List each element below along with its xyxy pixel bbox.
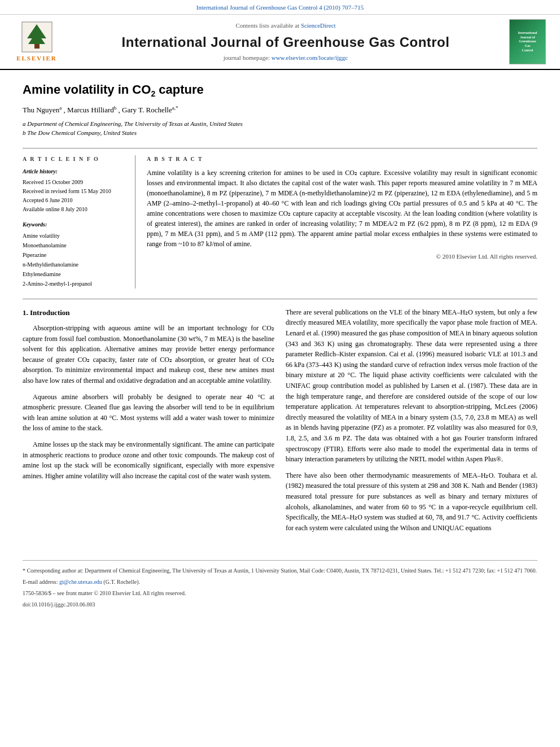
body-content: 1. Introduction Absorption-stripping wit… xyxy=(23,299,537,539)
cover-title-text: International Journal ofGreenhouseGasCon… xyxy=(512,31,543,53)
body-para-right-2: There have also been other thermodynamic… xyxy=(286,470,537,534)
journal-reference-bar: International Journal of Greenhouse Gas … xyxy=(0,0,560,15)
authors-line: Thu Nguyena , Marcus Hilliardb , Gary T.… xyxy=(23,104,537,116)
journal-main-title: International Journal of Greenhouse Gas … xyxy=(62,33,509,52)
svg-rect-3 xyxy=(34,44,40,49)
journal-ref-text: International Journal of Greenhouse Gas … xyxy=(196,4,364,11)
journal-header: ELSEVIER Contents lists available at Sci… xyxy=(0,15,560,70)
article-container: Amine volatility in CO2 capture Thu Nguy… xyxy=(0,70,560,550)
body-para-2: Aqueous amine absorbers will probably be… xyxy=(23,392,274,434)
author-email: gt@che.utexas.edu xyxy=(59,579,102,585)
sciencedirect-note: Contents lists available at ScienceDirec… xyxy=(62,21,509,30)
keyword-4: n-Methyldiethanolamine xyxy=(23,260,127,269)
article-info-column: A R T I C L E I N F O Article history: R… xyxy=(23,155,135,289)
keywords-section: Keywords: Amine volatility Monoethanolam… xyxy=(23,221,127,289)
cover-image: International Journal ofGreenhouseGasCon… xyxy=(509,19,546,64)
article-info-header: A R T I C L E I N F O xyxy=(23,155,127,163)
abstract-column: A B S T R A C T Amine volatility is a ke… xyxy=(147,155,537,289)
article-history: Article history: Received 15 October 200… xyxy=(23,168,127,214)
journal-homepage: journal homepage: www.elsevier.com/locat… xyxy=(62,54,509,62)
body-right-column: There are several publications on the VL… xyxy=(286,307,537,539)
history-label: Article history: xyxy=(23,168,127,176)
body-left-column: 1. Introduction Absorption-stripping wit… xyxy=(23,307,274,539)
body-para-1: Absorption-stripping with aqueous amine … xyxy=(23,323,274,386)
keyword-5: Ethylenediamine xyxy=(23,269,127,279)
keyword-3: Piperazine xyxy=(23,250,127,260)
elsevier-text: ELSEVIER xyxy=(16,54,57,63)
abstract-text: Amine volatility is a key screening crit… xyxy=(147,168,537,249)
article-title: Amine volatility in CO2 capture xyxy=(23,81,537,100)
received-date: Received 15 October 2009 xyxy=(23,178,127,187)
article-info-abstract: A R T I C L E I N F O Article history: R… xyxy=(23,148,537,289)
journal-cover: International Journal ofGreenhouseGasCon… xyxy=(509,19,549,64)
email-note: E-mail address: gt@che.utexas.edu (G.T. … xyxy=(23,578,537,587)
journal-title-center: Contents lists available at ScienceDirec… xyxy=(62,21,509,62)
keywords-label: Keywords: xyxy=(23,221,127,229)
body-para-right-1: There are several publications on the VL… xyxy=(286,307,537,465)
section1-title: 1. Introduction xyxy=(23,307,274,318)
elsevier-logo: ELSEVIER xyxy=(11,21,62,63)
abstract-header: A B S T R A C T xyxy=(147,155,537,163)
footer-doi: doi:10.1016/j.ijggc.2010.06.003 xyxy=(23,600,537,609)
affiliation-b: b The Dow Chemical Company, United State… xyxy=(23,128,537,138)
footer-copyright: 1750-5836/$ – see front matter © 2010 El… xyxy=(23,589,537,598)
revised-date: Received in revised form 15 May 2010 xyxy=(23,187,127,196)
available-date: Available online 8 July 2010 xyxy=(23,205,127,214)
affiliation-a: a Department of Chemical Engineering, Th… xyxy=(23,119,537,129)
keyword-1: Amine volatility xyxy=(23,231,127,241)
sciencedirect-link[interactable]: ScienceDirect xyxy=(301,22,336,29)
corresponding-author-note: * Corresponding author at: Department of… xyxy=(23,566,537,575)
accepted-date: Accepted 6 June 2010 xyxy=(23,196,127,205)
affiliations: a Department of Chemical Engineering, Th… xyxy=(23,119,537,138)
copyright-line: © 2010 Elsevier Ltd. All rights reserved… xyxy=(147,252,537,261)
body-para-3: Amine losses up the stack may be environ… xyxy=(23,439,274,481)
footer: * Corresponding author at: Department of… xyxy=(0,561,560,615)
elsevier-tree-icon xyxy=(21,21,53,53)
keyword-6: 2-Amino-2-methyl-1-propanol xyxy=(23,279,127,289)
journal-url[interactable]: www.elsevier.com/locate/ijggc xyxy=(272,54,348,61)
keyword-2: Monoethanolamine xyxy=(23,241,127,250)
